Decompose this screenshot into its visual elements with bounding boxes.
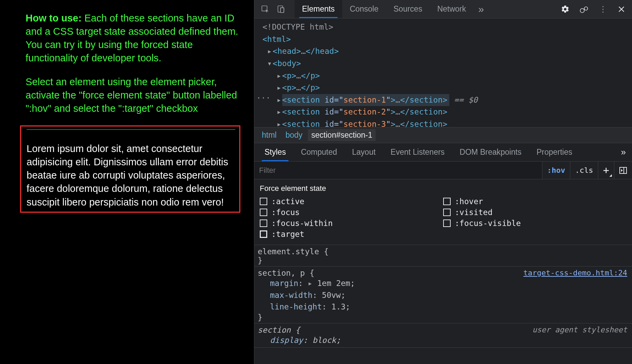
state-focus-visible-label: :focus-visible [455, 219, 521, 228]
rule-ua-section[interactable]: user agent stylesheet section { display:… [254, 323, 632, 348]
rule2-p3-val: 1.3 [327, 302, 345, 311]
state-active[interactable]: :active [260, 197, 443, 206]
devtools-main-tabs: Elements Console Sources Network » [295, 0, 489, 18]
howto-paragraph-1: How to use: Each of these sections have … [26, 12, 240, 65]
subtab-properties-label: Properties [537, 148, 572, 157]
rule3-p1-val: block [308, 336, 336, 345]
crumb-section[interactable]: section#section-1 [308, 129, 376, 141]
dom-breadcrumb: html body section#section-1 [254, 127, 632, 143]
cls-button[interactable]: .cls [570, 162, 598, 179]
rule1-open-brace: { [324, 247, 329, 256]
rule2-open: { [310, 269, 314, 277]
subtab-layout[interactable]: Layout [345, 143, 382, 161]
ua-stylesheet-label: user agent stylesheet [532, 325, 627, 334]
crumb-html[interactable]: html [258, 129, 280, 141]
rule2-p2-name: max-width [270, 291, 313, 300]
experiments-icon[interactable] [579, 5, 589, 14]
styles-filter-input[interactable] [254, 162, 542, 179]
rule-section-p[interactable]: target-css-demo.html:24 section, p { mar… [254, 267, 632, 323]
hov-button[interactable]: :hov [542, 162, 570, 179]
rule3-selector: section [258, 325, 296, 334]
dom-tree[interactable]: <!DOCTYPE html> <html> ▸<head>…</head> ▾… [254, 18, 632, 127]
styles-filter-row: :hov .cls + ◢ [254, 162, 632, 179]
state-hover-label: :hover [455, 197, 483, 206]
dom-html-open[interactable]: <html> [262, 35, 291, 44]
device-toggle-icon[interactable] [274, 2, 288, 16]
rule2-p1-name: margin [270, 279, 298, 288]
state-focus-visible[interactable]: :focus-visible [443, 219, 627, 228]
howto-paragraph-2: Select an element using the element pick… [26, 75, 240, 115]
subtab-computed[interactable]: Computed [294, 143, 344, 161]
subtab-eventlisteners-label: Event Listeners [391, 148, 445, 157]
checkbox-hover[interactable] [443, 198, 451, 205]
subtab-properties[interactable]: Properties [530, 143, 579, 161]
svg-rect-6 [620, 167, 627, 173]
subtab-eventlisteners[interactable]: Event Listeners [384, 143, 452, 161]
checkbox-focus[interactable] [260, 209, 267, 216]
crumb-body[interactable]: body [282, 129, 306, 141]
checkbox-focus-within[interactable] [260, 219, 267, 227]
expand-sec3-icon[interactable]: ▸ [277, 118, 282, 127]
collapse-body-icon[interactable]: ▾ [267, 58, 273, 70]
more-menu-icon[interactable]: ⋮ [599, 4, 608, 14]
devtools-toolbar: Elements Console Sources Network » ⋮ [254, 0, 632, 18]
expand-sec2-icon[interactable]: ▸ [277, 106, 282, 118]
dom-doctype[interactable]: <!DOCTYPE html> [262, 22, 333, 31]
expand-head-icon[interactable]: ▸ [267, 45, 273, 58]
subtab-layout-label: Layout [352, 148, 376, 157]
expand-sec1-icon[interactable]: ▸ [277, 94, 282, 106]
checkbox-focus-visible[interactable] [443, 219, 451, 227]
checkbox-target[interactable] [260, 230, 267, 238]
dom-body-open[interactable]: <body> [273, 59, 301, 68]
subtab-computed-label: Computed [301, 148, 337, 157]
lorem-text: Lorem ipsum dolor sit, amet consectetur … [27, 142, 235, 209]
svg-rect-2 [281, 7, 284, 12]
dom-tree-wrap: ... <!DOCTYPE html> <html> ▸<head>…</hea… [254, 18, 632, 127]
tab-sources[interactable]: Sources [386, 0, 430, 18]
rendered-page-pane: How to use: Each of these sections have … [0, 0, 254, 364]
devtools-pane: Elements Console Sources Network » ⋮ [254, 0, 632, 364]
tab-elements[interactable]: Elements [295, 0, 342, 18]
dom-section-1[interactable]: <section id="section-1">…</section> [282, 94, 450, 106]
dollar-zero-label: == $0 [449, 95, 478, 104]
rule2-p1-val: 1em 2em [313, 279, 350, 288]
rule2-p2-val: 50vw [317, 291, 341, 300]
state-focus-within-label: :focus-within [271, 219, 333, 228]
section-divider [27, 129, 235, 130]
subtabs-overflow-icon[interactable]: » [615, 147, 632, 157]
state-active-label: :active [271, 197, 304, 206]
expand-p1-icon[interactable]: ▸ [277, 70, 282, 82]
howto-label: How to use: [26, 13, 81, 24]
tab-network[interactable]: Network [430, 0, 473, 18]
styles-subtabs: Styles Computed Layout Event Listeners D… [254, 143, 632, 162]
rule1-close-brace: } [258, 256, 262, 265]
intro-block: How to use: Each of these sections have … [26, 12, 240, 115]
subtab-dombreakpoints[interactable]: DOM Breakpoints [453, 143, 528, 161]
checkbox-active[interactable] [260, 198, 267, 205]
gear-icon[interactable] [561, 5, 570, 14]
margin-expand-icon[interactable]: ▸ [303, 279, 313, 288]
state-focus[interactable]: :focus [260, 208, 443, 217]
state-hover[interactable]: :hover [443, 197, 627, 206]
rule-element-style[interactable]: element.style { } [254, 245, 632, 267]
inspect-element-icon[interactable] [258, 2, 272, 16]
state-visited-label: :visited [455, 208, 493, 217]
state-visited[interactable]: :visited [443, 208, 627, 217]
expand-p2-icon[interactable]: ▸ [277, 82, 282, 94]
state-target[interactable]: :target [260, 230, 443, 239]
new-style-rule-button[interactable]: + ◢ [598, 162, 614, 179]
css-rules-panel: element.style { } target-css-demo.html:2… [254, 245, 632, 348]
subtab-styles[interactable]: Styles [258, 143, 293, 161]
tabs-overflow-icon[interactable]: » [473, 0, 489, 18]
rule3-p1-name: display [270, 336, 303, 345]
state-focus-within[interactable]: :focus-within [260, 219, 443, 228]
subtab-styles-label: Styles [265, 148, 286, 157]
state-target-label: :target [271, 230, 304, 239]
rule2-source-link[interactable]: target-css-demo.html:24 [523, 269, 627, 277]
toggle-sidebar-icon[interactable] [614, 162, 632, 179]
close-icon[interactable] [618, 5, 625, 13]
tab-console[interactable]: Console [342, 0, 386, 18]
tab-sources-label: Sources [393, 4, 422, 14]
checkbox-visited[interactable] [443, 209, 451, 216]
force-state-title: Force element state [260, 184, 627, 193]
